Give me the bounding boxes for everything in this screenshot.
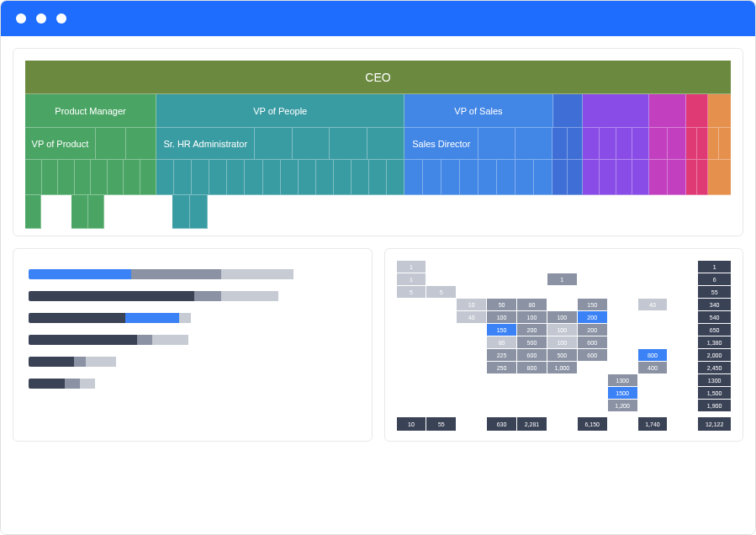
org-node-teal-e[interactable] [367,128,404,160]
org-node-green-b[interactable] [96,128,126,160]
org-leaf-pink-0[interactable] [686,160,697,195]
org-node-pink[interactable] [686,94,708,128]
org-leaf-purple-2[interactable] [616,160,633,195]
bar-seg-4-0[interactable] [29,357,74,367]
org-leaf-teal-0[interactable] [156,160,174,195]
org-leaf-green-0[interactable] [25,160,42,195]
table-cell[interactable]: 6,150 [578,417,607,431]
org-leaf-green-x3[interactable] [88,195,104,229]
org-leaf-blue2-0[interactable] [552,160,568,195]
table-cell[interactable]: 55 [426,417,456,431]
org-node-product-manager[interactable]: Product Manager [25,94,156,128]
table-cell[interactable]: 1,740 [638,417,668,431]
bar-seg-1-0[interactable] [29,291,194,301]
table-cell[interactable]: 5 [397,286,426,298]
org-leaf-blue-5[interactable] [497,160,515,195]
org-leaf-green-x2[interactable] [71,195,87,229]
org-leaf-green-6[interactable] [124,160,140,195]
table-cell[interactable]: 100 [517,311,547,323]
org-node-blue-b[interactable] [478,128,515,160]
bar-seg-0-2[interactable] [221,269,293,279]
table-cell[interactable]: 1500 [608,387,637,399]
org-leaf-teal-2[interactable] [192,160,209,195]
org-leaf-green-5[interactable] [108,160,124,195]
table-cell[interactable]: 2,281 [517,417,547,431]
org-leaf-teal-9[interactable] [316,160,334,195]
table-cell[interactable]: 40 [638,299,668,310]
org-leaf-teal-5[interactable] [245,160,262,195]
org-node-orange-b[interactable] [719,128,730,160]
org-leaf-blue-1[interactable] [423,160,441,195]
org-node-ceo[interactable]: CEO [25,61,731,94]
org-leaf-purple-1[interactable] [600,160,616,195]
org-leaf-teal-11[interactable] [352,160,369,195]
table-cell[interactable]: 800 [517,362,547,373]
table-cell[interactable]: 100 [547,311,577,323]
org-leaf-green-4[interactable] [91,160,108,195]
table-cell[interactable]: 1300 [608,374,637,386]
table-cell[interactable]: 2,000 [698,349,731,361]
org-node-purple-b[interactable] [600,128,616,160]
org-node-sales-director[interactable]: Sales Director [404,128,478,160]
table-cell[interactable]: 100 [487,311,516,323]
table-cell[interactable]: 225 [487,349,516,361]
table-cell[interactable]: 150 [487,324,516,336]
org-node-blue-c[interactable] [515,128,552,160]
table-cell[interactable]: 250 [487,362,516,373]
table-cell[interactable]: 800 [638,349,668,361]
org-node-teal-d[interactable] [330,128,367,160]
org-leaf-blue-6[interactable] [515,160,534,195]
org-leaf-teal-12[interactable] [369,160,387,195]
table-cell[interactable]: 500 [547,349,577,361]
org-node-purple-c[interactable] [616,128,633,160]
org-leaf-green-7[interactable] [140,160,157,195]
org-leaf-blue2-1[interactable] [568,160,583,195]
table-cell[interactable]: 540 [698,311,731,323]
bar-seg-5-1[interactable] [65,379,80,389]
table-cell[interactable]: 1,380 [698,336,731,348]
bar-seg-2-0[interactable] [29,313,125,323]
org-leaf-magenta-1[interactable] [668,160,686,195]
table-cell[interactable]: 600 [578,349,607,361]
bar-seg-4-2[interactable] [86,357,116,367]
table-cell[interactable]: 50 [487,299,516,310]
table-cell[interactable]: 100 [547,324,577,336]
bar-seg-3-1[interactable] [137,335,152,345]
window-control-close[interactable] [16,13,26,24]
table-cell[interactable]: 630 [487,417,516,431]
org-leaf-teal-4[interactable] [227,160,245,195]
org-leaf-teal-6[interactable] [263,160,281,195]
table-cell[interactable]: 80 [487,336,516,348]
org-leaf-teal-3[interactable] [209,160,227,195]
bar-seg-1-1[interactable] [194,291,221,301]
bar-seg-4-1[interactable] [74,357,86,367]
table-cell[interactable]: 5 [426,286,456,298]
org-leaf-teal-x1[interactable] [172,195,190,229]
table-cell[interactable]: 55 [698,286,731,298]
bar-seg-3-2[interactable] [152,335,188,345]
org-leaf-green-x1[interactable] [25,195,41,229]
org-leaf-purple-0[interactable] [583,160,600,195]
bar-seg-2-1[interactable] [125,313,179,323]
org-node-sr-hr-admin[interactable]: Sr. HR Administrator [156,128,255,160]
org-leaf-orange-0[interactable] [708,160,731,195]
org-node-vp-people[interactable]: VP of People [156,94,404,128]
table-cell[interactable]: 80 [517,299,547,310]
table-cell[interactable]: 650 [698,324,731,336]
org-node-teal-c[interactable] [293,128,330,160]
table-cell[interactable]: 600 [517,349,547,361]
table-cell[interactable]: 1 [698,261,731,273]
table-cell[interactable]: 1,200 [608,400,637,411]
org-leaf-blue-7[interactable] [534,160,552,195]
table-cell[interactable]: 200 [578,311,607,323]
org-node-green-c[interactable] [126,128,156,160]
org-leaf-green-1[interactable] [42,160,59,195]
table-cell[interactable]: 100 [547,336,577,348]
table-cell[interactable]: 10 [397,417,426,431]
table-cell[interactable]: 6 [698,273,731,285]
bar-seg-2-2[interactable] [179,313,191,323]
bar-seg-3-0[interactable] [29,335,137,345]
org-node-magenta-b[interactable] [668,128,686,160]
table-cell[interactable]: 200 [517,324,547,336]
org-node-teal-b[interactable] [255,128,292,160]
